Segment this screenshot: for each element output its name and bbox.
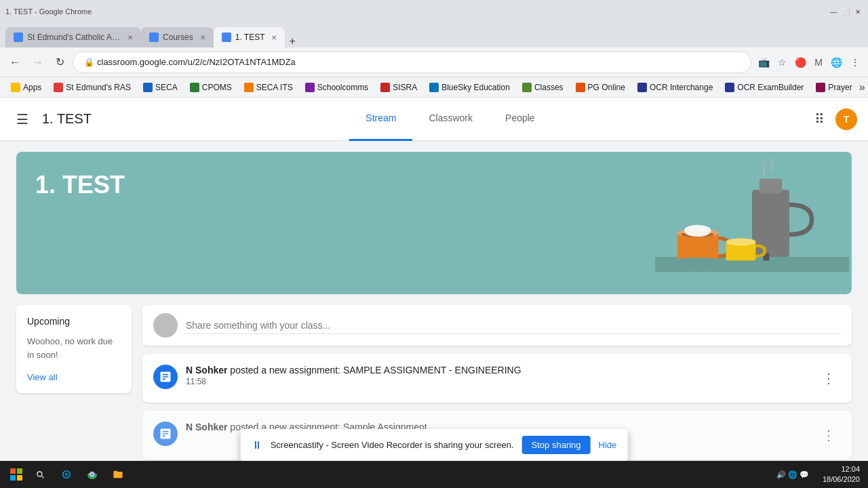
gc-menu-button[interactable]: ☰ — [11, 106, 34, 133]
post-1-more-button[interactable]: ⋮ — [816, 365, 841, 392]
tab-label-3: 1. TEST — [235, 33, 265, 42]
post-card-1-inner: N Sohker posted a new assignment: SAMPLE… — [142, 354, 852, 403]
bookmark-schoolcomms[interactable]: Schoolcomms — [300, 81, 374, 94]
reload-button[interactable]: ↻ — [52, 53, 68, 71]
bookmark-prayer-icon — [816, 83, 825, 92]
upcoming-heading: Upcoming — [27, 316, 121, 327]
bookmark-prayer-label: Prayer — [828, 83, 852, 92]
post-2-more-button[interactable]: ⋮ — [816, 422, 841, 449]
address-bar[interactable]: 🔒 classroom.google.com/u/2/c/NzI2OTA1NTA… — [73, 52, 751, 73]
svg-point-16 — [64, 472, 68, 476]
tab-stream[interactable]: Stream — [349, 98, 412, 141]
close-button[interactable]: ✕ — [853, 7, 863, 16]
tabs-bar: St Edmund's Catholic Academy ✕ Courses ✕… — [0, 23, 868, 47]
hide-button[interactable]: Hide — [599, 440, 617, 450]
bookmark-classes[interactable]: Classes — [517, 81, 569, 94]
forward-button[interactable]: → — [28, 54, 47, 71]
gmail-button[interactable]: M — [812, 54, 825, 70]
bookmark-ocr-interchange-icon — [637, 83, 647, 92]
start-button[interactable] — [3, 462, 30, 487]
bookmark-sisra-icon — [380, 83, 390, 92]
tab-close-1[interactable]: ✕ — [127, 34, 133, 41]
gc-apps-button[interactable]: ⠿ — [809, 106, 830, 133]
taskbar-chrome[interactable] — [83, 462, 107, 487]
tab-close-2[interactable]: ✕ — [200, 34, 205, 41]
share-input[interactable] — [186, 317, 841, 334]
bookmark-prayer[interactable]: Prayer — [810, 81, 857, 94]
view-all-button[interactable]: View all — [27, 372, 58, 382]
bookmark-seca-its[interactable]: SECA ITS — [239, 81, 298, 94]
hero-title: 1. TEST — [35, 171, 125, 199]
taskbar-search[interactable] — [31, 462, 56, 487]
cast-button[interactable]: 📺 — [755, 54, 772, 70]
svg-point-7 — [684, 225, 711, 237]
svg-point-9 — [726, 239, 756, 246]
taskbar: 🔊 🌐 💬 12:04 18/06/2020 — [0, 461, 868, 488]
tab-test[interactable]: 1. TEST ✕ — [214, 27, 285, 47]
bookmark-ras-icon — [54, 83, 63, 92]
post-2-icon — [153, 422, 178, 446]
bookmark-seca-its-label: SECA ITS — [256, 83, 293, 92]
gc-avatar[interactable]: T — [835, 108, 857, 130]
more-tools-button[interactable]: ⋮ — [848, 54, 863, 70]
page-title-text: 1. TEST - Google Chrome — [5, 7, 92, 16]
screencast-icon: ⏸ — [252, 439, 262, 451]
maximize-button[interactable]: ⬜ — [841, 7, 850, 16]
bookmark-apps-icon — [11, 83, 20, 92]
minimize-button[interactable]: — — [829, 7, 838, 16]
bookmark-bluesky-icon — [429, 83, 439, 92]
hero-banner: 1. TEST — [16, 152, 852, 294]
bookmark-seca-label: SECA — [155, 83, 178, 92]
taskbar-right: 🔊 🌐 💬 12:04 18/06/2020 — [771, 464, 865, 485]
bookmark-cpoms[interactable]: CPOMS — [184, 81, 237, 94]
svg-point-19 — [91, 473, 94, 476]
svg-rect-14 — [17, 475, 22, 481]
tab-people[interactable]: People — [489, 98, 551, 141]
tab-courses[interactable]: Courses ✕ — [141, 27, 214, 47]
bookmark-ras[interactable]: St Edmund's RAS — [48, 81, 136, 94]
bookmark-seca[interactable]: SECA — [138, 81, 183, 94]
bookmark-button[interactable]: ☆ — [775, 54, 789, 70]
gc-tabs: Stream Classwork People — [349, 98, 551, 141]
svg-rect-12 — [17, 468, 22, 474]
tab-close-3[interactable]: ✕ — [271, 34, 277, 41]
bookmark-pg-online-icon — [576, 83, 585, 92]
back-button[interactable]: ← — [5, 54, 24, 71]
post-card-1: N Sohker posted a new assignment: SAMPLE… — [142, 354, 852, 403]
tab-st-edmunds[interactable]: St Edmund's Catholic Academy ✕ — [5, 27, 141, 47]
svg-rect-11 — [10, 468, 16, 474]
window-controls[interactable]: — ⬜ ✕ — [829, 7, 863, 16]
nav-icons-right: 📺 ☆ 🔴 M 🌐 ⋮ — [755, 54, 863, 70]
gc-sidebar: Upcoming Woohoo, no work due in soon! Vi… — [16, 305, 132, 468]
clock-time: 12:04 — [823, 464, 860, 474]
bookmark-pg-online[interactable]: PG Online — [570, 81, 631, 94]
system-clock: 12:04 18/06/2020 — [817, 464, 865, 485]
gc-class-title: 1. TEST — [42, 111, 92, 127]
bookmark-ocr-interchange[interactable]: OCR Interchange — [632, 81, 718, 94]
bookmark-apps[interactable]: Apps — [5, 81, 47, 94]
taskbar-files[interactable] — [108, 462, 133, 487]
translate-button[interactable]: 🌐 — [828, 54, 845, 70]
systray: 🔊 🌐 💬 — [771, 470, 814, 479]
lock-icon: 🔒 — [84, 58, 94, 67]
extensions-button[interactable]: 🔴 — [792, 54, 809, 70]
bookmark-seca-its-icon — [244, 83, 254, 92]
screen-share-bar: ⏸ Screencastify - Screen Video Recorder … — [241, 429, 628, 461]
tab-classwork[interactable]: Classwork — [412, 98, 489, 141]
bookmark-classes-label: Classes — [534, 83, 564, 92]
bookmark-classes-icon — [522, 83, 532, 92]
bookmark-cpoms-icon — [190, 83, 199, 92]
new-tab-button[interactable]: + — [285, 35, 299, 47]
svg-point-10 — [671, 258, 724, 265]
stop-sharing-button[interactable]: Stop sharing — [522, 436, 591, 454]
bookmarks-more-button[interactable]: » — [859, 81, 865, 94]
bookmark-ocr-exambuilder[interactable]: OCR ExamBuilder — [719, 81, 809, 94]
screen-share-message: Screencastify - Screen Video Recorder is… — [271, 440, 514, 450]
svg-rect-2 — [760, 179, 782, 194]
bookmark-bluesky[interactable]: BlueSky Education — [424, 81, 515, 94]
taskbar-cortana[interactable] — [57, 462, 81, 487]
upcoming-empty-text: Woohoo, no work due in soon! — [27, 335, 121, 361]
bookmark-pg-online-label: PG Online — [588, 83, 625, 92]
bookmark-sisra[interactable]: SISRA — [375, 81, 422, 94]
post-1-content: N Sohker posted a new assignment: SAMPLE… — [186, 365, 808, 386]
